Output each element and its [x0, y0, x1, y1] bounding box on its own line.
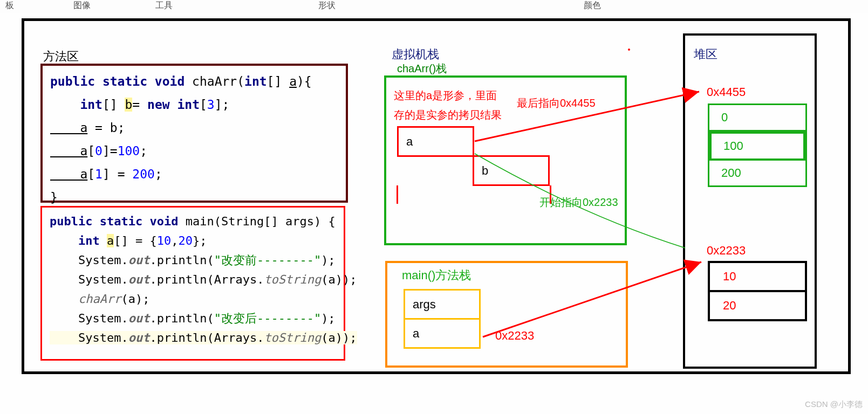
- heap-addr-1: 0x4455: [707, 85, 746, 99]
- note-final-pointer: 最后指向0x4455: [517, 96, 596, 111]
- var-main-a: a: [405, 319, 480, 348]
- var-b: b: [474, 156, 549, 185]
- watermark: CSDN @小李德: [805, 399, 863, 410]
- menu-image[interactable]: 图像: [73, 0, 91, 11]
- heap-cell: 0: [709, 105, 805, 132]
- menu-board[interactable]: 板: [5, 0, 14, 11]
- heap-cell: 100: [709, 132, 805, 161]
- menu-tool[interactable]: 工具: [155, 0, 173, 11]
- vstack-title: 虚拟机栈: [392, 46, 439, 63]
- heap-cell: 10: [710, 263, 805, 292]
- note-param-a-1: 这里的a是形参，里面: [394, 88, 497, 103]
- note-initial-pointer: 开始指向0x2233: [539, 195, 618, 210]
- menu-color[interactable]: 颜色: [584, 0, 601, 11]
- code-block-chaarr: public static void chaArr(int[] a){ int[…: [40, 64, 348, 203]
- chaarr-stack-vars: a b: [397, 126, 550, 186]
- menu-shape[interactable]: 形状: [318, 0, 336, 11]
- code-block-main: public static void main(String[] args) {…: [40, 206, 345, 361]
- chaarr-stack-title: chaArr()栈: [397, 61, 447, 76]
- heap-object-1: 0 100 200: [708, 104, 807, 187]
- menu-bar: 板 图像 工具 形状 颜色: [0, 0, 868, 13]
- main-a-address: 0x2233: [495, 329, 534, 343]
- heap-addr-2: 0x2233: [707, 244, 746, 258]
- main-stack-title: main()方法栈: [402, 267, 471, 284]
- heap-object-2: 10 20: [708, 261, 807, 321]
- heap-cell: 20: [710, 292, 805, 319]
- var-args: args: [405, 290, 480, 319]
- note-param-a-2: 存的是实参的拷贝结果: [394, 108, 502, 122]
- heap-cell: 200: [709, 161, 805, 185]
- main-stack-vars: args a: [404, 289, 481, 349]
- method-area-title: 方法区: [43, 49, 79, 65]
- var-a: a: [398, 127, 474, 156]
